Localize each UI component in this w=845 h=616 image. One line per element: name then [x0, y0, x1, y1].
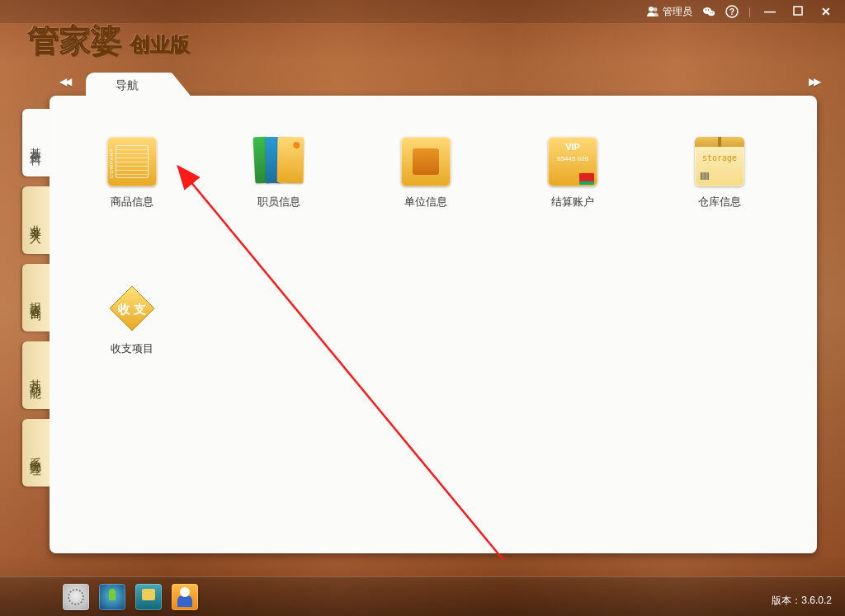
help-icon[interactable]: ? [725, 5, 739, 18]
svg-point-6 [710, 12, 710, 13]
dock-settings-icon[interactable] [63, 584, 89, 610]
user-indicator[interactable]: 管理员 [646, 5, 692, 19]
svg-point-4 [706, 9, 706, 10]
sidetab-report-query[interactable]: 报表查询 [22, 264, 50, 332]
income-expense-icon: 收 支 [107, 284, 157, 333]
item-income-expense[interactable]: 收 支 收支项目 [99, 284, 165, 356]
tab-label: 导航 [116, 78, 139, 93]
item-unit-info[interactable]: 单位信息 [393, 137, 459, 209]
tabs-scroll-right[interactable]: ▶▶ [809, 76, 819, 87]
item-label: 收支项目 [111, 341, 153, 356]
version-label: 版本：3.6.0.2 [772, 594, 832, 608]
minimize-button[interactable]: — [761, 5, 779, 18]
user-role-label: 管理员 [663, 5, 692, 19]
item-label: 商品信息 [111, 195, 153, 209]
logo-main: 管家婆 [28, 20, 122, 62]
svg-point-0 [649, 7, 654, 12]
tab-navigation[interactable]: 导航 [86, 73, 193, 99]
item-label: 职员信息 [257, 195, 300, 209]
maximize-button[interactable] [789, 5, 807, 18]
svg-point-7 [711, 12, 712, 13]
dock-user-icon[interactable] [172, 584, 198, 610]
item-label: 仓库信息 [698, 195, 741, 209]
wechat-icon[interactable] [702, 5, 715, 18]
bottom-bar: 版本：3.6.0.2 [0, 576, 845, 616]
app-logo: 管家婆 创业版 [28, 20, 190, 62]
item-product-info[interactable]: 商品信息 [99, 137, 165, 209]
side-tab-strip: 基本资料 业务录入 报表查询 其它功能 系统管理 [22, 109, 50, 496]
launcher-grid: 商品信息 职员信息 单位信息 结算账户 [99, 137, 767, 356]
sidetab-basic-data[interactable]: 基本资料 [22, 109, 50, 176]
dock-data-icon[interactable] [135, 584, 162, 610]
sidetab-business-entry[interactable]: 业务录入 [22, 186, 50, 254]
product-info-icon [107, 137, 157, 186]
dock [13, 584, 198, 610]
logo-sub: 创业版 [130, 33, 190, 55]
item-warehouse-info[interactable]: 仓库信息 [687, 137, 753, 209]
tabs-scroll-left[interactable]: ◀◀ [59, 76, 69, 87]
close-button[interactable]: ✕ [817, 5, 835, 18]
unit-info-icon [401, 137, 451, 186]
svg-text:?: ? [729, 7, 734, 16]
app-window: 管理员 ? | — ✕ 管家婆 创业版 ◀◀ ▶▶ 导航 基本资料 业务录入 报… [0, 0, 845, 616]
svg-rect-10 [794, 7, 802, 15]
svg-text:收 支: 收 支 [118, 302, 146, 316]
staff-info-icon [254, 137, 304, 186]
svg-point-5 [708, 9, 709, 10]
svg-point-1 [653, 7, 657, 12]
user-icon [646, 5, 659, 18]
dock-globe-icon[interactable] [99, 584, 125, 610]
account-icon [548, 137, 597, 186]
item-label: 结算账户 [551, 195, 594, 209]
item-settlement-account[interactable]: 结算账户 [540, 137, 606, 209]
warehouse-icon [695, 137, 744, 186]
svg-point-3 [708, 11, 715, 16]
main-panel: ◀◀ ▶▶ 导航 基本资料 业务录入 报表查询 其它功能 系统管理 商品信息 [50, 96, 817, 553]
item-staff-info[interactable]: 职员信息 [246, 137, 312, 209]
sidetab-system-management[interactable]: 系统管理 [22, 419, 50, 487]
content-area: 商品信息 职员信息 单位信息 结算账户 [50, 96, 817, 397]
sidetab-other-functions[interactable]: 其它功能 [22, 341, 50, 409]
item-label: 单位信息 [404, 195, 447, 209]
